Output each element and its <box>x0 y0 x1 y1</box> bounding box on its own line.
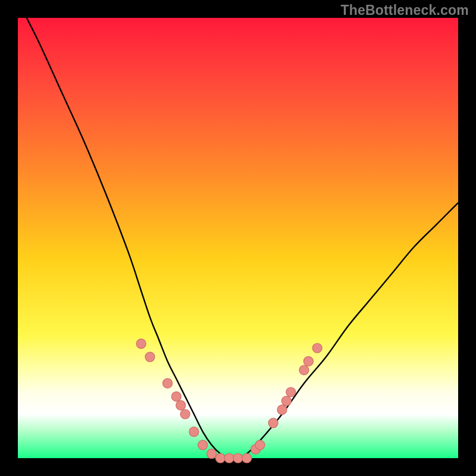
chart-marker <box>312 343 322 353</box>
chart-marker <box>207 449 217 459</box>
chart-frame: TheBottleneck.com <box>0 0 476 476</box>
chart-marker <box>180 409 190 419</box>
chart-marker <box>242 453 252 463</box>
chart-marker <box>176 400 186 410</box>
chart-marker <box>198 440 208 450</box>
chart-marker <box>189 427 199 437</box>
chart-marker <box>268 418 278 428</box>
chart-marker <box>215 453 225 463</box>
chart-curve <box>27 18 458 459</box>
chart-markers <box>136 339 322 463</box>
chart-marker <box>286 387 296 397</box>
chart-marker <box>281 396 291 406</box>
chart-marker <box>277 405 287 415</box>
chart-marker <box>303 356 313 366</box>
chart-marker <box>255 440 265 450</box>
chart-marker <box>163 378 173 388</box>
watermark-label: TheBottleneck.com <box>340 2 469 18</box>
chart-marker <box>145 352 155 362</box>
chart-marker <box>299 365 309 375</box>
chart-marker <box>136 339 146 349</box>
chart-marker <box>233 453 243 463</box>
chart-svg <box>18 18 458 458</box>
chart-marker <box>224 453 234 463</box>
chart-marker <box>171 392 181 401</box>
